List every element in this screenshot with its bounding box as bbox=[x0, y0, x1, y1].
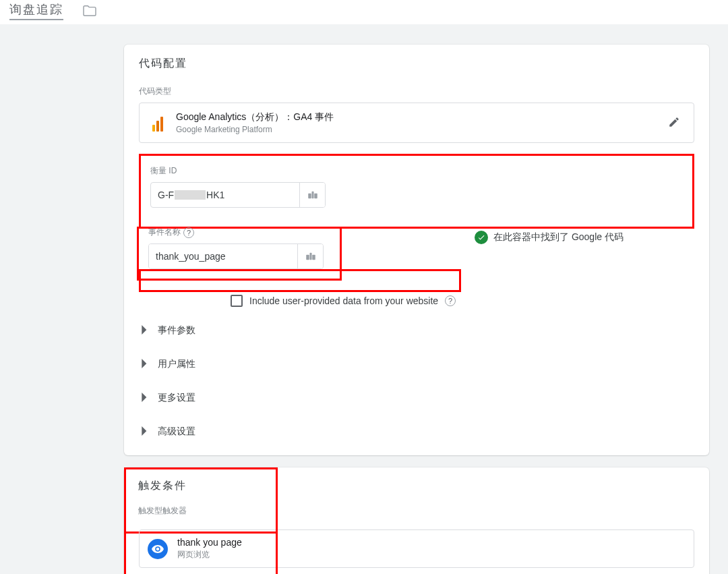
chevron-right-icon bbox=[142, 426, 148, 438]
chevron-right-icon bbox=[142, 359, 148, 370]
tag-type-text: Google Analytics（分析）：GA4 事件 Google Marke… bbox=[176, 111, 655, 134]
config-card: 代码配置 代码类型 Google Analytics（分析）：GA4 事件 Go… bbox=[124, 45, 709, 455]
pageview-trigger-icon bbox=[148, 539, 168, 559]
measurement-id-label: 衡量 ID bbox=[150, 165, 339, 177]
help-icon[interactable]: ? bbox=[183, 227, 194, 238]
check-circle-icon bbox=[475, 231, 488, 244]
help-icon[interactable]: ? bbox=[445, 295, 456, 306]
measurement-id-prefix: G-F bbox=[158, 190, 174, 200]
event-name-input[interactable] bbox=[149, 244, 297, 268]
tag-type-subtitle: Google Marketing Platform bbox=[176, 125, 655, 134]
folder-icon[interactable] bbox=[82, 5, 97, 17]
accordion-user-props[interactable]: 用户属性 bbox=[139, 347, 694, 381]
svg-rect-5 bbox=[312, 255, 315, 260]
svg-rect-3 bbox=[306, 255, 309, 260]
event-name-input-row bbox=[148, 243, 324, 269]
checkbox-unchecked-icon[interactable] bbox=[231, 295, 243, 307]
variable-picker-button[interactable] bbox=[299, 183, 325, 207]
trigger-row[interactable]: thank you page 网页浏览 bbox=[139, 529, 694, 568]
trigger-title: thank you page bbox=[177, 537, 242, 548]
measurement-id-suffix: HK1 bbox=[206, 190, 224, 200]
include-user-data-label: Include user-provided data from your web… bbox=[249, 295, 438, 306]
trigger-text: thank you page 网页浏览 bbox=[177, 537, 242, 561]
svg-rect-4 bbox=[309, 253, 311, 260]
tag-type-row[interactable]: Google Analytics（分析）：GA4 事件 Google Marke… bbox=[139, 103, 694, 143]
chevron-right-icon bbox=[142, 393, 148, 404]
svg-rect-1 bbox=[311, 192, 313, 199]
trigger-section-title: 触发条件 bbox=[138, 479, 266, 493]
include-user-data-checkbox-row[interactable]: Include user-provided data from your web… bbox=[231, 295, 694, 307]
accordion-label: 高级设置 bbox=[158, 426, 195, 438]
trigger-card: 触发条件 触发型触发器 thank you page 网页浏览 bbox=[124, 467, 709, 574]
container-found-text: 在此容器中找到了 Google 代码 bbox=[493, 231, 624, 243]
variable-picker-button[interactable] bbox=[297, 244, 323, 268]
accordion-more-settings[interactable]: 更多设置 bbox=[139, 381, 694, 415]
accordion-event-params[interactable]: 事件参数 bbox=[139, 314, 694, 347]
page-title: 询盘追踪 bbox=[9, 1, 63, 20]
event-name-label: 事件名称 bbox=[148, 227, 181, 238]
google-analytics-icon bbox=[149, 114, 166, 132]
masked-segment bbox=[175, 190, 206, 200]
container-found-status: 在此容器中找到了 Google 代码 bbox=[475, 231, 624, 244]
tag-type-label: 代码类型 bbox=[139, 86, 694, 97]
edit-tag-type-button[interactable] bbox=[664, 112, 684, 134]
measurement-id-value[interactable]: G-FHK1 bbox=[151, 183, 299, 207]
svg-rect-0 bbox=[308, 194, 311, 199]
tag-type-title: Google Analytics（分析）：GA4 事件 bbox=[176, 111, 655, 123]
trigger-subtitle: 网页浏览 bbox=[177, 549, 242, 561]
measurement-id-input-row: G-FHK1 bbox=[150, 182, 326, 208]
accordion-label: 更多设置 bbox=[158, 392, 195, 404]
top-bar: 询盘追踪 bbox=[0, 0, 728, 24]
accordion-label: 用户属性 bbox=[158, 358, 195, 370]
svg-rect-2 bbox=[314, 194, 317, 199]
accordion-advanced-settings[interactable]: 高级设置 bbox=[139, 415, 694, 449]
chevron-right-icon bbox=[142, 325, 148, 337]
accordion-label: 事件参数 bbox=[158, 324, 195, 337]
config-section-title: 代码配置 bbox=[139, 57, 694, 71]
measurement-highlight-box: 衡量 ID G-FHK1 bbox=[139, 154, 694, 229]
